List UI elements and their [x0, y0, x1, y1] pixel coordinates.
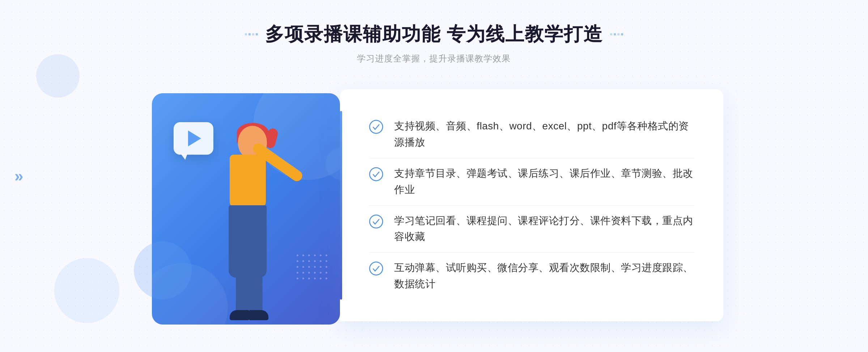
feature-item-4: 互动弹幕、试听购买、微信分享、观看次数限制、学习进度跟踪、数据统计: [369, 253, 694, 300]
float-circle-2: [54, 258, 119, 323]
feature-item-3: 学习笔记回看、课程提问、课程评论打分、课件资料下载，重点内容收藏: [369, 206, 694, 253]
check-icon-1: [369, 120, 383, 134]
title-decoration-left: [245, 33, 258, 35]
feature-text-1: 支持视频、音频、flash、word、excel、ppt、pdf等各种格式的资源…: [394, 118, 694, 151]
illustration-area: [145, 82, 354, 328]
person-illustration: [195, 126, 304, 328]
main-title: 多项录播课辅助功能 专为线上教学打造: [265, 22, 603, 47]
subtitle: 学习进度全掌握，提升录播课教学效果: [245, 53, 623, 64]
svg-point-3: [370, 262, 383, 275]
feature-item-1: 支持视频、音频、flash、word、excel、ppt、pdf等各种格式的资源…: [369, 111, 694, 158]
title-decoration-right: [610, 33, 623, 35]
left-chevron-icon: »: [14, 167, 23, 185]
title-wrapper: 多项录播课辅助功能 专为线上教学打造: [245, 22, 623, 47]
svg-point-2: [370, 215, 383, 228]
check-icon-2: [369, 167, 383, 181]
person-shoe-left: [230, 310, 250, 320]
svg-point-0: [370, 120, 383, 133]
feature-text-3: 学习笔记回看、课程提问、课程评论打分、课件资料下载，重点内容收藏: [394, 213, 694, 245]
page-container: 多项录播课辅助功能 专为线上教学打造 学习进度全掌握，提升录播课教学效果 »: [0, 0, 868, 352]
feature-item-2: 支持章节目录、弹题考试、课后练习、课后作业、章节测验、批改作业: [369, 158, 694, 205]
panel-accent: [340, 111, 342, 299]
feature-text-2: 支持章节目录、弹题考试、课后练习、课后作业、章节测验、批改作业: [394, 166, 694, 198]
header-section: 多项录播课辅助功能 专为线上教学打造 学习进度全掌握，提升录播课教学效果: [245, 22, 623, 64]
float-circle-1: [36, 54, 80, 98]
feature-text-4: 互动弹幕、试听购买、微信分享、观看次数限制、学习进度跟踪、数据统计: [394, 260, 694, 292]
content-section: 支持视频、音频、flash、word、excel、ppt、pdf等各种格式的资源…: [145, 82, 723, 328]
deco-circle-large: [134, 241, 192, 299]
person-leg-right: [247, 267, 263, 317]
svg-point-1: [370, 168, 383, 181]
features-panel: 支持视频、音频、flash、word、excel、ppt、pdf等各种格式的资源…: [340, 89, 723, 321]
check-icon-4: [369, 261, 383, 276]
check-icon-3: [369, 214, 383, 229]
person-shoe-right: [248, 310, 268, 320]
